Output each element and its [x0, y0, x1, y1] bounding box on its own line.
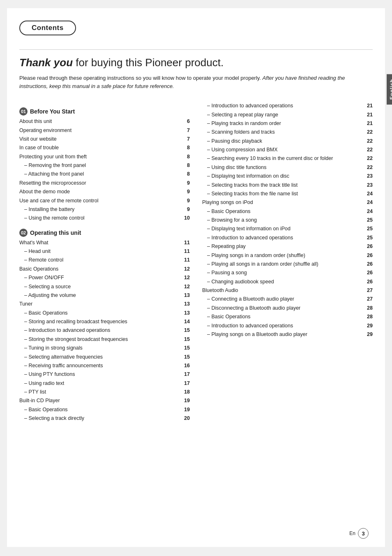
intro-text: Please read through these operating inst… [19, 74, 373, 90]
footer-en-label: En [349, 531, 355, 536]
toc-subitem: PTY list 18 [19, 388, 190, 396]
toc-subitem: Basic Operations 28 [202, 313, 373, 321]
page-footer: En 3 [349, 528, 369, 539]
toc-subitem: Scanning folders and tracks 22 [202, 128, 373, 137]
toc-subitem: Changing audiobook speed 26 [202, 278, 373, 286]
toc-subitem: Searching every 10 tracks in the current… [202, 154, 373, 163]
toc-subitem: Selecting tracks from the file name list… [202, 190, 373, 198]
toc-subitem: Storing the strongest broadcast frequenc… [19, 335, 190, 344]
footer-page-number: 3 [358, 528, 369, 539]
toc-subitem: Introduction to advanced operations 21 [202, 102, 373, 110]
toc-subitem: Disconnecting a Bluetooth audio player 2… [202, 304, 373, 313]
toc-subitem: Repeating play 26 [202, 242, 373, 251]
toc-item: Use and care of the remote control 9 [19, 197, 190, 205]
toc-subitem: Using PTY functions 17 [19, 370, 190, 379]
toc-item: Basic Operations 12 [19, 265, 190, 273]
toc-subitem: Introduction to advanced operations 25 [202, 234, 373, 242]
toc-subitem: Using radio text 17 [19, 379, 190, 388]
toc-subitem: Storing and recalling broadcast frequenc… [19, 317, 190, 326]
toc-item: About the demo mode 9 [19, 188, 190, 196]
section-01-header: 01 Before You Start [19, 107, 190, 116]
toc-item: Built-in CD Player 19 [19, 396, 190, 405]
toc-subitem: Using disc title functions 22 [202, 163, 373, 172]
thank-you-italic: Thank you [19, 56, 73, 69]
toc-subitem: Tuning in strong signals 15 [19, 344, 190, 352]
toc-item: Operating environment 7 [19, 126, 190, 135]
toc-subitem: Head unit 11 [19, 247, 190, 256]
toc-subitem: Using the remote control 10 [19, 214, 190, 222]
toc-subitem: Power ON/OFF 12 [19, 273, 190, 282]
toc-subitem: Adjusting the volume 13 [19, 291, 190, 300]
toc-item: Playing songs on iPod 24 [202, 198, 373, 207]
toc-subitem: Basic Operations 19 [19, 405, 190, 414]
toc-subitem: Playing tracks in random order 21 [202, 119, 373, 128]
section-02-number: 02 [19, 229, 28, 237]
toc-subitem: Playing songs in a random order (shuffle… [202, 251, 373, 260]
toc-left: 01 Before You Start About this unit 6 Op… [19, 102, 190, 423]
toc-subitem: Introduction to advanced operations 29 [202, 322, 373, 330]
toc-subitem: Basic Operations 13 [19, 309, 190, 317]
toc-item: Tuner 13 [19, 300, 190, 308]
section-02-header: 02 Operating this unit [19, 229, 190, 237]
toc-subitem: Selecting alternative frequencies 15 [19, 353, 190, 361]
toc-subitem: Playing all songs in a random order (shu… [202, 260, 373, 269]
toc-subitem: Pausing a song 26 [202, 269, 373, 277]
toc-subitem: Displaying text information on iPod 25 [202, 225, 373, 233]
toc-item: Visit our website 7 [19, 135, 190, 144]
toc-item: Protecting your unit from theft 8 [19, 153, 190, 161]
toc-subitem: Selecting a source 12 [19, 283, 190, 291]
contents-header: Contents [19, 21, 76, 35]
section-01-title: Before You Start [30, 108, 75, 115]
english-tab: English [387, 74, 392, 104]
toc-item: About this unit 6 [19, 117, 190, 126]
toc-subitem: Playing songs on a Bluetooth audio playe… [202, 330, 373, 339]
toc-subitem: Displaying text information on disc 23 [202, 172, 373, 181]
heading-rest: for buying this Pioneer product. [73, 56, 224, 69]
toc-item: Resetting the microprocessor 9 [19, 179, 190, 188]
toc-subitem: Selecting a repeat play range 21 [202, 111, 373, 119]
intro-body: Please read through these operating inst… [19, 75, 263, 81]
page-title: Thank you for buying this Pioneer produc… [19, 56, 373, 69]
toc-item: In case of trouble 8 [19, 144, 190, 152]
toc-item: What's What 11 [19, 239, 190, 247]
toc-subitem: Remote control 11 [19, 256, 190, 264]
toc-subitem: Attaching the front panel 8 [19, 170, 190, 178]
section-02-title: Operating this unit [30, 229, 81, 236]
toc-subitem: Receiving traffic announcements 16 [19, 361, 190, 370]
toc-subitem: Basic Operations 24 [202, 207, 373, 216]
toc-subitem: Selecting a track directly 20 [19, 414, 190, 423]
toc-right: Introduction to advanced operations 21 S… [202, 102, 373, 423]
toc-item: Bluetooth Audio 27 [202, 286, 373, 295]
toc-subitem: Connecting a Bluetooth audio player 27 [202, 295, 373, 303]
toc-subitem: Pausing disc playback 22 [202, 137, 373, 146]
toc-subitem: Using compression and BMX 22 [202, 146, 373, 154]
section-01-number: 01 [19, 107, 28, 116]
toc-subitem: Introduction to advanced operations 15 [19, 326, 190, 335]
toc-subitem: Installing the battery 9 [19, 205, 190, 214]
toc-subitem: Removing the front panel 8 [19, 161, 190, 170]
toc-subitem: Selecting tracks from the track title li… [202, 181, 373, 190]
toc-subitem: Browsing for a song 25 [202, 216, 373, 225]
